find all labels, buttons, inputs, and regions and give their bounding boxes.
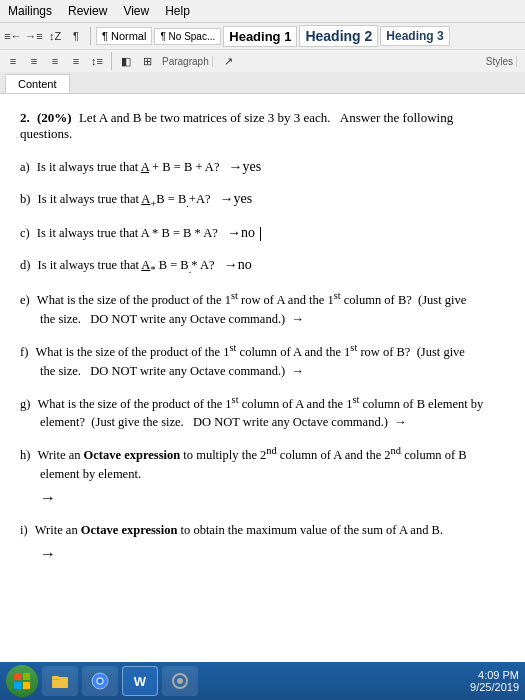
sub-question-g: g) What is the size of the product of th… (20, 392, 501, 433)
menu-bar: Mailings Review View Help (0, 0, 525, 23)
sub-question-i: i) Write an Octave expression to obtain … (20, 521, 501, 566)
sub-question-e: e) What is the size of the product of th… (20, 288, 501, 329)
clock-date: 9/25/2019 (470, 681, 519, 693)
shading-icon[interactable]: ◧ (117, 52, 135, 70)
paragraph-expand-icon[interactable]: ↗ (220, 52, 238, 70)
label-h: h) (20, 448, 30, 462)
line-spacing-icon[interactable]: ↕≡ (88, 52, 106, 70)
taskbar-explorer-btn[interactable] (42, 666, 78, 696)
taskbar-chrome-btn[interactable] (82, 666, 118, 696)
question-header: 2. (20%) Let A and B be two matrices of … (20, 110, 501, 142)
folder-icon (51, 672, 69, 690)
app-icon (171, 672, 189, 690)
menu-view[interactable]: View (115, 2, 157, 20)
style-nospacing-btn[interactable]: ¶ No Spac... (154, 28, 221, 45)
svg-point-9 (98, 679, 103, 684)
arrow-i: → (40, 542, 501, 566)
windows-icon (13, 672, 31, 690)
menu-review[interactable]: Review (60, 2, 115, 20)
question-pct: (20%) (37, 110, 72, 125)
indent-increase-icon[interactable]: →≡ (25, 27, 43, 45)
paragraph-label: Paragraph (159, 56, 213, 67)
text-cursor (260, 227, 261, 241)
svg-point-11 (177, 678, 183, 684)
label-a: a) (20, 160, 30, 174)
text-c: Is it always true that A * B = B * A? (37, 226, 218, 240)
taskbar-clock: 4:09 PM 9/25/2019 (470, 669, 519, 693)
sub-question-h: h) Write an Octave expression to multipl… (20, 443, 501, 510)
svg-rect-1 (23, 673, 30, 680)
indent-decrease-icon[interactable]: ≡← (4, 27, 22, 45)
style-normal-btn[interactable]: ¶ Normal (96, 27, 152, 45)
start-button[interactable] (6, 665, 38, 697)
text-f-cont: the size. DO NOT write any Octave comman… (40, 362, 501, 381)
menu-mailings[interactable]: Mailings (0, 2, 60, 20)
sort-icon[interactable]: ↕Z (46, 27, 64, 45)
ribbon-row2: ≡ ≡ ≡ ≡ ↕≡ ◧ ⊞ Paragraph ↗ Styles (0, 50, 525, 72)
align-left-icon[interactable]: ≡ (4, 52, 22, 70)
taskbar: W 4:09 PM 9/25/2019 (0, 662, 525, 700)
text-g: What is the size of the product of the 1… (38, 397, 484, 411)
text-b: Is it always true that A+B = B.+A? (38, 192, 211, 206)
answer-c: →no (227, 225, 255, 240)
styles-area: ¶ Normal ¶ No Spac... Heading 1 Heading … (96, 25, 521, 47)
separator2 (111, 52, 112, 70)
svg-rect-0 (14, 673, 21, 680)
style-h2-btn[interactable]: Heading 2 (299, 25, 378, 47)
document-area: 2. (20%) Let A and B be two matrices of … (0, 94, 525, 662)
label-i: i) (20, 523, 28, 537)
answer-b: →yes (220, 191, 253, 206)
answer-d: →no (224, 257, 252, 272)
style-h3-btn[interactable]: Heading 3 (380, 26, 449, 46)
arrow-h: → (40, 486, 501, 510)
taskbar-extra-btn[interactable] (162, 666, 198, 696)
text-h-cont: element by element. (40, 465, 501, 484)
label-e: e) (20, 293, 30, 307)
text-d: Is it always true that A* B = B.* A? (38, 258, 215, 272)
text-e: What is the size of the product of the 1… (37, 293, 466, 307)
app-container: Mailings Review View Help ≡← →≡ ↕Z ¶ ¶ N… (0, 0, 525, 700)
answer-a: →yes (229, 159, 262, 174)
text-h: Write an Octave expression to multiply t… (38, 448, 467, 462)
text-g-cont: element? (Just give the size. DO NOT wri… (40, 413, 501, 432)
tab-bar: Content (0, 72, 525, 94)
question-text: Let A and B be two matrices of size 3 by… (79, 110, 331, 125)
ribbon-row1: ≡← →≡ ↕Z ¶ ¶ Normal ¶ No Spac... Heading… (0, 23, 525, 50)
text-e-cont: the size. DO NOT write any Octave comman… (40, 310, 501, 329)
justify-icon[interactable]: ≡ (67, 52, 85, 70)
separator1 (90, 27, 91, 45)
sub-question-f: f) What is the size of the product of th… (20, 340, 501, 381)
align-center-icon[interactable]: ≡ (25, 52, 43, 70)
clock-time: 4:09 PM (470, 669, 519, 681)
svg-rect-6 (52, 676, 59, 679)
sub-question-b: b) Is it always true that A+B = B.+A? →y… (20, 188, 501, 211)
text-f: What is the size of the product of the 1… (35, 345, 464, 359)
style-h1-btn[interactable]: Heading 1 (223, 26, 297, 47)
label-c: c) (20, 226, 30, 240)
svg-rect-3 (23, 682, 30, 689)
label-b: b) (20, 192, 30, 206)
sub-question-a: a) Is it always true that A + B = B + A?… (20, 156, 501, 177)
menu-help[interactable]: Help (157, 2, 198, 20)
border-icon[interactable]: ⊞ (138, 52, 156, 70)
align-right-icon[interactable]: ≡ (46, 52, 64, 70)
sub-question-d: d) Is it always true that A* B = B.* A? … (20, 254, 501, 277)
content-tab[interactable]: Content (5, 74, 70, 93)
sub-question-c: c) Is it always true that A * B = B * A?… (20, 222, 501, 243)
question-number: 2. (20, 110, 30, 125)
label-g: g) (20, 397, 30, 411)
pilcrow-icon[interactable]: ¶ (67, 27, 85, 45)
chrome-icon (91, 672, 109, 690)
label-f: f) (20, 345, 28, 359)
svg-rect-2 (14, 682, 21, 689)
label-d: d) (20, 258, 30, 272)
taskbar-word-btn[interactable]: W (122, 666, 158, 696)
styles-label: Styles (483, 56, 517, 67)
text-a: Is it always true that A + B = B + A? (37, 160, 220, 174)
text-i: Write an Octave expression to obtain the… (35, 523, 443, 537)
